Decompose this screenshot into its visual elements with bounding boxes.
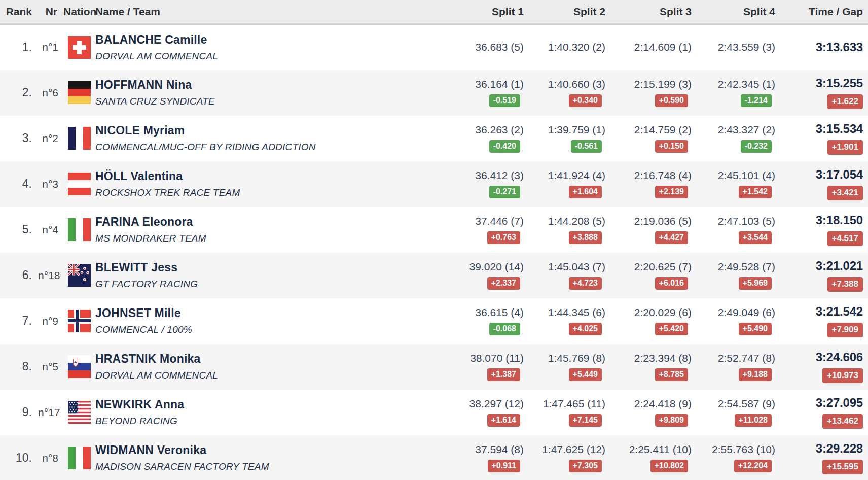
split-cell: 1:45.043 (7)+4.723 bbox=[529, 253, 610, 298]
nation-cell bbox=[63, 253, 95, 298]
split-cell: 2:47.103 (5)+3.544 bbox=[697, 207, 780, 253]
split-gap-badge: -0.420 bbox=[489, 140, 520, 153]
table-row[interactable]: 3. n°2 NICOLE Myriam COMMENCAL/MUC-OFF B… bbox=[0, 116, 868, 161]
split-time: 37.594 (8) bbox=[475, 443, 524, 456]
bib-number: n°2 bbox=[38, 116, 63, 161]
split-cell: 2:49.528 (7)+5.969 bbox=[697, 253, 780, 298]
team-name: DORVAL AM COMMENCAL bbox=[95, 370, 441, 381]
table-row[interactable]: 8. n°5 HRASTNIK Monika DORVAL AM COMMENC… bbox=[0, 344, 868, 390]
col-header-nation: Nation bbox=[63, 0, 95, 24]
split-gap-badge: +4.025 bbox=[569, 323, 602, 335]
split-cell: 2:23.394 (8)+8.785 bbox=[610, 344, 697, 390]
split-cell: 2:52.747 (8)+9.188 bbox=[697, 344, 780, 390]
split-time: 1:44.345 (6) bbox=[548, 306, 605, 319]
split-cell: 1:40.320 (2) bbox=[529, 24, 610, 70]
split-cell: 1:44.345 (6)+4.025 bbox=[529, 298, 610, 344]
nation-flag-icon bbox=[68, 401, 91, 424]
col-header-rank: Rank bbox=[0, 0, 38, 24]
team-name: DORVAL AM COMMENCAL bbox=[95, 51, 441, 62]
time-gap-badge: +1.622 bbox=[827, 94, 863, 109]
table-row[interactable]: 2. n°6 HOFFMANN Nina SANTA CRUZ SYNDICAT… bbox=[0, 70, 868, 116]
table-row[interactable]: 4. n°3 HÖLL Valentina ROCKSHOX TREK RACE… bbox=[0, 161, 868, 207]
split-cell: 37.446 (7)+0.763 bbox=[441, 207, 529, 253]
split-cell: 38.297 (12)+1.614 bbox=[441, 390, 529, 435]
table-header: Rank Nr Nation Name / Team Split 1 Split… bbox=[0, 0, 868, 24]
rider-name: NEWKIRK Anna bbox=[95, 398, 441, 412]
nation-flag-icon bbox=[68, 264, 91, 287]
bib-number: n°18 bbox=[38, 253, 63, 298]
split-cell: 1:41.924 (4)+1.604 bbox=[529, 161, 610, 207]
split-gap-badge: +4.427 bbox=[655, 231, 688, 244]
nation-flag-icon bbox=[68, 81, 91, 104]
rider-name: WIDMANN Veronika bbox=[95, 443, 441, 457]
split-cell: 39.020 (14)+2.337 bbox=[441, 253, 529, 298]
split-gap-badge: +5.449 bbox=[569, 368, 602, 381]
final-time: 3:18.150 bbox=[816, 213, 863, 227]
final-time: 3:27.095 bbox=[816, 396, 863, 410]
split-time: 2:47.103 (5) bbox=[718, 215, 775, 227]
split-time: 2:23.394 (8) bbox=[634, 352, 692, 364]
split-time: 2:52.747 (8) bbox=[718, 352, 775, 364]
time-cell: 3:15.255+1.622 bbox=[780, 70, 868, 116]
rider-name: HRASTNIK Monika bbox=[95, 352, 441, 366]
team-name: COMMENCAL / 100% bbox=[95, 324, 441, 335]
split-gap-badge: +5.490 bbox=[739, 323, 772, 335]
split-time: 2:20.625 (7) bbox=[634, 261, 692, 273]
split-time: 1:41.924 (4) bbox=[548, 169, 605, 182]
split-cell: 2:20.625 (7)+6.016 bbox=[610, 253, 697, 298]
nation-flag-icon bbox=[68, 218, 91, 241]
split-gap-badge: -0.232 bbox=[741, 140, 772, 153]
split-time: 1:39.759 (1) bbox=[548, 124, 605, 136]
split-time: 38.070 (11) bbox=[470, 352, 524, 364]
table-row[interactable]: 9. n°17 NEWKIRK Anna BEYOND RACING 38.29… bbox=[0, 390, 868, 435]
split-cell: 2:20.029 (6)+5.420 bbox=[610, 298, 697, 344]
nation-flag-icon bbox=[68, 355, 91, 378]
split-cell: 2:14.759 (2)+0.150 bbox=[610, 116, 697, 161]
time-cell: 3:24.606+10.973 bbox=[780, 344, 868, 390]
name-cell: BLEWITT Jess GT FACTORY RACING bbox=[95, 253, 441, 298]
split-gap-badge: -1.214 bbox=[741, 94, 772, 107]
split-gap-badge: +11.028 bbox=[735, 414, 772, 427]
table-row[interactable]: 10. n°8 WIDMANN Veronika MADISON SARACEN… bbox=[0, 435, 868, 480]
split-cell: 1:40.660 (3)+0.340 bbox=[529, 70, 610, 116]
rank-cell: 1. bbox=[0, 24, 38, 70]
split-time: 36.412 (3) bbox=[475, 169, 524, 182]
table-row[interactable]: 6. n°18 BLEWITT Jess GT FACTORY RACING 3… bbox=[0, 253, 868, 298]
split-time: 36.263 (2) bbox=[475, 124, 524, 136]
split-cell: 2:14.609 (1) bbox=[610, 24, 697, 70]
split-cell: 2:25.411 (10)+10.802 bbox=[610, 435, 697, 480]
time-gap-badge: +15.595 bbox=[822, 460, 863, 474]
rider-name: BALANCHE Camille bbox=[95, 33, 441, 47]
col-header-split3: Split 3 bbox=[610, 0, 697, 24]
split-cell: 2:45.101 (4)+1.542 bbox=[697, 161, 780, 207]
split-gap-badge: +9.188 bbox=[739, 368, 772, 381]
rank-cell: 5. bbox=[0, 207, 38, 253]
table-row[interactable]: 7. n°9 JOHNSET Mille COMMENCAL / 100% 36… bbox=[0, 298, 868, 344]
time-cell: 3:21.542+7.909 bbox=[780, 298, 868, 344]
results-body: 1. n°1 BALANCHE Camille DORVAL AM COMMEN… bbox=[0, 24, 868, 480]
rank-cell: 4. bbox=[0, 161, 38, 207]
split-gap-badge: -0.519 bbox=[489, 94, 520, 107]
nation-cell bbox=[63, 116, 95, 161]
col-header-name-team: Name / Team bbox=[95, 0, 441, 24]
rider-name: HÖLL Valentina bbox=[95, 169, 441, 183]
col-header-split4: Split 4 bbox=[697, 0, 780, 24]
final-time: 3:17.054 bbox=[816, 167, 863, 182]
split-time: 1:45.043 (7) bbox=[548, 261, 605, 273]
table-row[interactable]: 1. n°1 BALANCHE Camille DORVAL AM COMMEN… bbox=[0, 24, 868, 70]
table-row[interactable]: 5. n°4 FARINA Eleonora MS MONDRAKER TEAM… bbox=[0, 207, 868, 253]
split-gap-badge: +1.614 bbox=[487, 414, 520, 427]
team-name: COMMENCAL/MUC-OFF BY RIDING ADDICTION bbox=[95, 142, 441, 153]
team-name: MS MONDRAKER TEAM bbox=[95, 233, 441, 244]
split-time: 2:49.049 (6) bbox=[718, 306, 775, 319]
time-cell: 3:13.633 bbox=[780, 24, 868, 70]
split-gap-badge: +1.604 bbox=[569, 186, 602, 198]
time-gap-badge: +1.901 bbox=[827, 140, 863, 154]
split-cell: 2:43.327 (2)-0.232 bbox=[697, 116, 780, 161]
split-gap-badge: +3.544 bbox=[739, 231, 772, 244]
split-gap-badge: +4.723 bbox=[569, 277, 602, 290]
split-gap-badge: +8.785 bbox=[655, 368, 688, 381]
split-cell: 2:55.763 (10)+12.204 bbox=[697, 435, 780, 480]
split-time: 36.164 (1) bbox=[475, 78, 524, 90]
split-gap-badge: +12.204 bbox=[734, 460, 772, 472]
